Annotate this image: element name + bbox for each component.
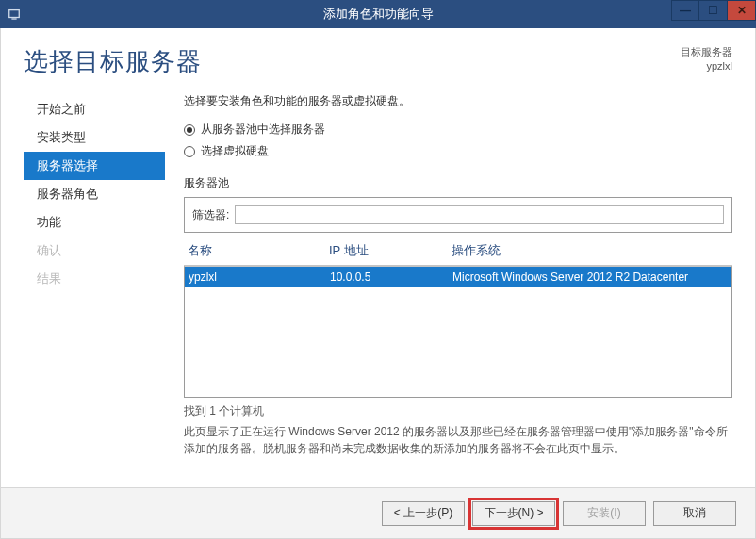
nav-features[interactable]: 功能 (24, 208, 165, 237)
maximize-button[interactable]: ☐ (699, 0, 728, 21)
nav-server-selection[interactable]: 服务器选择 (24, 152, 165, 180)
cell-os: Microsoft Windows Server 2012 R2 Datacen… (452, 270, 728, 284)
wizard-nav: 开始之前 安装类型 服务器选择 服务器角色 功能 确认 结果 (24, 86, 165, 480)
previous-button[interactable]: < 上一步(P) (382, 501, 465, 526)
radio-select-vhd[interactable]: 选择虚拟硬盘 (184, 143, 732, 159)
filter-box: 筛选器: (184, 197, 732, 233)
svg-rect-0 (9, 10, 20, 18)
radio-icon (184, 146, 195, 157)
nav-before-you-begin[interactable]: 开始之前 (24, 95, 165, 123)
content-area: 选择要安装角色和功能的服务器或虚拟硬盘。 从服务器池中选择服务器 选择虚拟硬盘 … (165, 86, 732, 480)
found-count: 找到 1 个计算机 (184, 403, 732, 419)
cell-ip: 10.0.0.5 (330, 270, 452, 284)
header-row: 选择目标服务器 目标服务器 ypzlxl (1, 28, 755, 86)
next-button[interactable]: 下一步(N) > (472, 501, 555, 526)
table-header: 名称 IP 地址 操作系统 (184, 233, 732, 266)
col-os-header[interactable]: 操作系统 (452, 242, 729, 259)
close-button[interactable]: ✕ (728, 0, 756, 21)
app-icon (0, 0, 28, 28)
window-title: 添加角色和功能向导 (0, 0, 756, 28)
description-text: 此页显示了正在运行 Windows Server 2012 的服务器以及那些已经… (184, 423, 732, 457)
pool-heading: 服务器池 (184, 175, 732, 191)
radio-icon (184, 124, 195, 136)
nav-server-roles[interactable]: 服务器角色 (24, 180, 165, 208)
nav-installation-type[interactable]: 安装类型 (24, 123, 165, 152)
filter-label: 筛选器: (192, 207, 229, 223)
col-name-header[interactable]: 名称 (188, 242, 329, 259)
col-ip-header[interactable]: IP 地址 (329, 242, 452, 259)
radio-select-from-pool[interactable]: 从服务器池中选择服务器 (184, 122, 732, 138)
nav-results: 结果 (24, 265, 165, 293)
destination-value: ypzlxl (681, 59, 732, 74)
intro-text: 选择要安装角色和功能的服务器或虚拟硬盘。 (184, 93, 732, 109)
svg-rect-1 (11, 18, 16, 19)
main-row: 开始之前 安装类型 服务器选择 服务器角色 功能 确认 结果 选择要安装角色和功… (1, 86, 755, 487)
page-title: 选择目标服务器 (24, 45, 681, 78)
install-button: 安装(I) (563, 501, 646, 526)
footer-buttons: < 上一步(P) 下一步(N) > 安装(I) 取消 (1, 487, 755, 538)
titlebar: 添加角色和功能向导 — ☐ ✕ (0, 0, 756, 28)
table-row[interactable]: ypzlxl 10.0.0.5 Microsoft Windows Server… (185, 267, 731, 287)
cell-name: ypzlxl (189, 270, 330, 284)
destination-label: 目标服务器 (681, 45, 732, 59)
nav-confirmation: 确认 (24, 237, 165, 265)
cancel-button[interactable]: 取消 (653, 501, 736, 526)
minimize-button[interactable]: — (671, 0, 699, 21)
radio-label-pool: 从服务器池中选择服务器 (201, 122, 325, 138)
server-table[interactable]: ypzlxl 10.0.0.5 Microsoft Windows Server… (184, 266, 732, 398)
destination-box: 目标服务器 ypzlxl (681, 45, 732, 74)
wizard-body: 选择目标服务器 目标服务器 ypzlxl 开始之前 安装类型 服务器选择 服务器… (0, 28, 756, 539)
radio-label-vhd: 选择虚拟硬盘 (201, 143, 269, 159)
filter-input[interactable] (235, 205, 724, 224)
window-controls: — ☐ ✕ (671, 0, 756, 21)
